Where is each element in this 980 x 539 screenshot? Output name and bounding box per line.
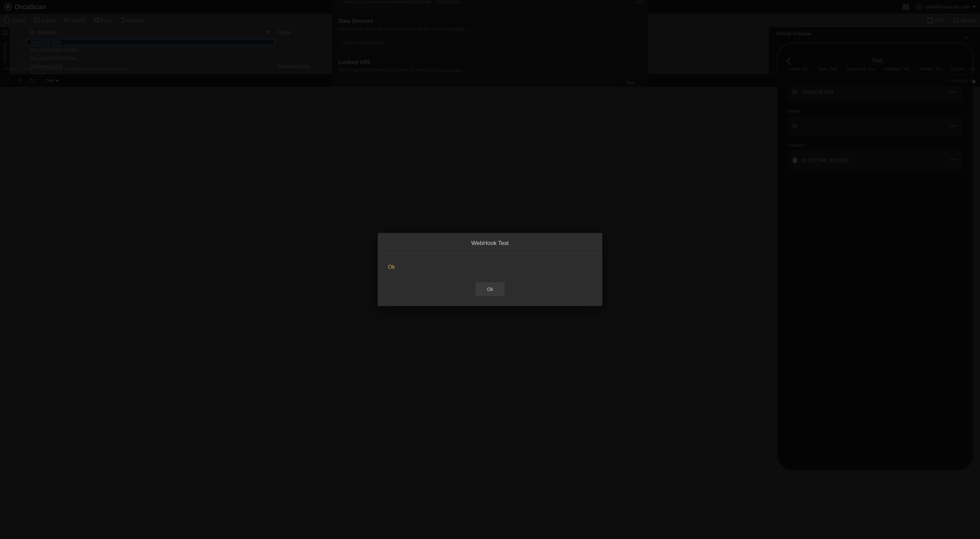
webhook-test-modal: WebHook Test Ok Ok (378, 233, 602, 306)
modal-title: WebHook Test (378, 233, 602, 254)
ok-button[interactable]: Ok (476, 282, 504, 296)
modal-body: Ok (378, 254, 602, 277)
